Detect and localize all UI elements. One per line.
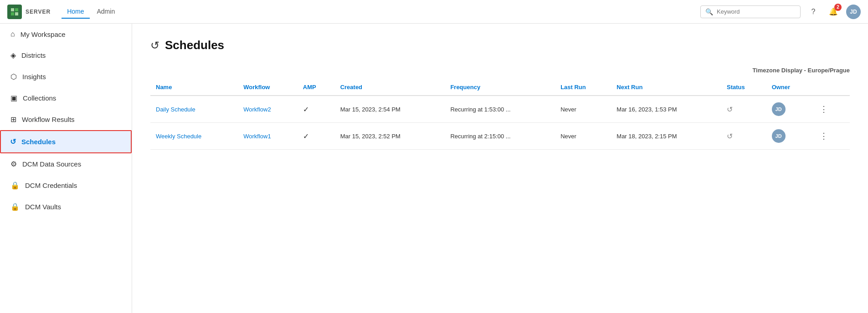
sidebar-item-label: DCM Data Sources <box>22 160 81 168</box>
status-icon: ↺ <box>727 132 733 140</box>
sidebar-item-dcm-credentials[interactable]: 🔒 DCM Credentials <box>0 175 132 196</box>
sidebar-item-label: My Workspace <box>21 30 66 38</box>
page-header-icon: ↺ <box>150 39 159 52</box>
collections-icon: ▣ <box>10 94 17 102</box>
workflow-link[interactable]: Workflow2 <box>243 106 271 113</box>
app-logo-text: SERVER <box>26 9 51 15</box>
col-status[interactable]: Status <box>721 79 766 96</box>
sidebar-item-label: Schedules <box>21 138 56 146</box>
workflow-results-icon: ⊞ <box>10 115 16 124</box>
nav-right: 🔍 ? 🔔 2 JD <box>700 5 861 19</box>
amp-checkmark: ✓ <box>303 106 309 113</box>
sidebar-item-label: Insights <box>22 73 46 81</box>
schedules-icon: ↺ <box>10 137 16 146</box>
dcm-data-sources-icon: ⚙ <box>10 160 17 168</box>
nav-admin[interactable]: Admin <box>92 5 121 19</box>
amp-cell: ✓ <box>298 123 335 150</box>
workflow-link[interactable]: Workflow1 <box>243 133 271 140</box>
actions-cell: ⋮ <box>812 123 850 150</box>
app-body: ⌂ My Workspace ◈ Districts ⬡ Insights ▣ … <box>0 0 868 313</box>
svg-rect-0 <box>11 8 14 11</box>
svg-rect-1 <box>15 8 18 11</box>
sidebar-item-label: Collections <box>23 94 56 102</box>
col-owner[interactable]: Owner <box>766 79 812 96</box>
workflow-cell: Workflow2 <box>238 96 298 123</box>
table-row: Daily Schedule Workflow2 ✓ Mar 15, 2023,… <box>150 96 850 123</box>
last-run-cell: Never <box>555 96 611 123</box>
svg-rect-2 <box>11 12 14 15</box>
status-icon: ↺ <box>727 106 733 113</box>
sidebar-item-dcm-data-sources[interactable]: ⚙ DCM Data Sources <box>0 153 132 175</box>
timezone-display: Timezone Display - Europe/Prague <box>150 67 850 74</box>
nav-home[interactable]: Home <box>62 5 89 19</box>
sidebar-item-insights[interactable]: ⬡ Insights <box>0 66 132 87</box>
created-cell: Mar 15, 2023, 2:52 PM <box>335 123 445 150</box>
sidebar-item-label: DCM Vaults <box>25 203 61 211</box>
help-button[interactable]: ? <box>806 5 821 19</box>
sidebar-item-schedules[interactable]: ↺ Schedules <box>0 130 132 153</box>
schedule-name-link[interactable]: Weekly Schedule <box>156 133 201 140</box>
user-avatar-button[interactable]: JD <box>846 5 861 19</box>
amp-cell: ✓ <box>298 96 335 123</box>
next-run-cell: Mar 18, 2023, 2:15 PM <box>611 123 721 150</box>
owner-avatar: JD <box>772 102 786 116</box>
search-input[interactable] <box>717 8 796 15</box>
search-box[interactable]: 🔍 <box>700 5 801 18</box>
schedule-name-link[interactable]: Daily Schedule <box>156 106 195 113</box>
more-actions-button[interactable]: ⋮ <box>817 103 831 115</box>
dcm-credentials-icon: 🔒 <box>10 181 20 190</box>
col-next-run[interactable]: Next Run <box>611 79 721 96</box>
page-title: Schedules <box>165 38 224 52</box>
sidebar-item-label: Districts <box>21 51 46 59</box>
actions-cell: ⋮ <box>812 96 850 123</box>
sidebar-item-workflow-results[interactable]: ⊞ Workflow Results <box>0 109 132 130</box>
sidebar-item-dcm-vaults[interactable]: 🔒 DCM Vaults <box>0 196 132 217</box>
notifications-button[interactable]: 🔔 2 <box>826 5 841 19</box>
svg-rect-3 <box>15 12 18 15</box>
home-icon: ⌂ <box>10 30 15 38</box>
logo-area: SERVER <box>7 5 51 19</box>
created-cell: Mar 15, 2023, 2:54 PM <box>335 96 445 123</box>
next-run-cell: Mar 16, 2023, 1:53 PM <box>611 96 721 123</box>
col-last-run[interactable]: Last Run <box>555 79 611 96</box>
col-amp[interactable]: AMP <box>298 79 335 96</box>
app-logo-icon <box>7 5 22 19</box>
amp-checkmark: ✓ <box>303 132 309 140</box>
col-created[interactable]: Created <box>335 79 445 96</box>
main-content: ↺ Schedules Timezone Display - Europe/Pr… <box>132 24 868 313</box>
sidebar-item-my-workspace[interactable]: ⌂ My Workspace <box>0 24 132 45</box>
sidebar-item-collections[interactable]: ▣ Collections <box>0 87 132 109</box>
sidebar-item-label: Workflow Results <box>22 116 75 123</box>
last-run-cell: Never <box>555 123 611 150</box>
workflow-cell: Workflow1 <box>238 123 298 150</box>
page-header: ↺ Schedules <box>150 38 850 52</box>
col-actions <box>812 79 850 96</box>
sidebar: ⌂ My Workspace ◈ Districts ⬡ Insights ▣ … <box>0 24 132 313</box>
col-workflow[interactable]: Workflow <box>238 79 298 96</box>
sidebar-item-districts[interactable]: ◈ Districts <box>0 45 132 66</box>
notification-badge: 2 <box>834 4 842 11</box>
top-nav: SERVER Home Admin 🔍 ? 🔔 2 JD <box>0 0 868 24</box>
nav-links: Home Admin <box>62 5 120 19</box>
more-actions-button[interactable]: ⋮ <box>817 130 831 142</box>
status-cell: ↺ <box>721 123 766 150</box>
schedule-name-cell: Weekly Schedule <box>150 123 238 150</box>
insights-icon: ⬡ <box>10 72 17 81</box>
owner-avatar: JD <box>772 129 786 143</box>
table-row: Weekly Schedule Workflow1 ✓ Mar 15, 2023… <box>150 123 850 150</box>
owner-cell: JD <box>766 96 812 123</box>
col-name[interactable]: Name <box>150 79 238 96</box>
table-header-row: Name Workflow AMP Created Frequency Last… <box>150 79 850 96</box>
sidebar-item-label: DCM Credentials <box>25 182 77 189</box>
frequency-cell: Recurring at 2:15:00 ... <box>445 123 555 150</box>
owner-cell: JD <box>766 123 812 150</box>
districts-icon: ◈ <box>10 51 16 60</box>
search-icon: 🔍 <box>705 8 713 15</box>
dcm-vaults-icon: 🔒 <box>10 202 20 211</box>
schedules-table: Name Workflow AMP Created Frequency Last… <box>150 79 850 150</box>
schedule-name-cell: Daily Schedule <box>150 96 238 123</box>
status-cell: ↺ <box>721 96 766 123</box>
col-frequency[interactable]: Frequency <box>445 79 555 96</box>
frequency-cell: Recurring at 1:53:00 ... <box>445 96 555 123</box>
